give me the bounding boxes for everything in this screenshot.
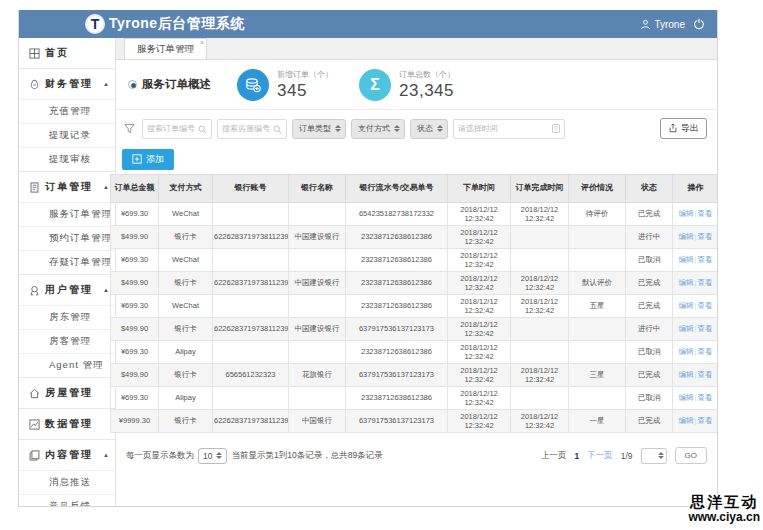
chevron-updown-icon: [437, 125, 443, 132]
cell-status: 已完成: [626, 295, 673, 318]
table-row: ¥699.30WeChat232387126386123862018/12/12…: [111, 249, 718, 272]
edit-link[interactable]: 编辑: [679, 278, 694, 287]
sidebar-subitem[interactable]: 提现记录: [19, 123, 115, 147]
tab-service-order-management[interactable]: 服务订单管理 ×: [124, 38, 207, 59]
cell-bank: [289, 203, 346, 226]
cell-done-time: 2018/12/1212:32:42: [511, 364, 569, 387]
sidebar-item-2[interactable]: 订单管理▲: [19, 171, 115, 202]
cell-done-time: [511, 341, 569, 364]
view-link[interactable]: 查看: [697, 324, 712, 333]
cell-rating: [569, 249, 626, 272]
table-row: $499.90银行卡622628371973811239中国建设银行637917…: [111, 318, 718, 341]
cell-order-time: 2018/12/1212:32:42: [448, 410, 511, 433]
export-button[interactable]: 导出: [660, 118, 707, 139]
cell-account: 622628371973811239: [213, 410, 289, 433]
search-order-input[interactable]: [147, 124, 198, 133]
pagination-bar: 每一页显示条数为 10 当前显示第1到10条记录，总共89条记录 上一页 1 下…: [116, 433, 717, 464]
edit-link[interactable]: 编辑: [679, 393, 694, 402]
edit-link[interactable]: 编辑: [679, 347, 694, 356]
sidebar-subitem[interactable]: 服务订单管理: [19, 202, 115, 226]
app-window: T Tyrone后台管理系统 Tyrone 首页财务管理▲充值管理提现记录提现审…: [18, 10, 718, 507]
sidebar-subitem[interactable]: 提现审核: [19, 147, 115, 171]
watermark-name: 思洋互动: [688, 494, 760, 511]
view-link[interactable]: 查看: [697, 255, 712, 264]
view-link[interactable]: 查看: [697, 232, 712, 241]
time-input[interactable]: [458, 124, 552, 133]
sidebar-item-5[interactable]: 数据管理: [19, 408, 115, 439]
cell-order-time: 2018/12/1212:32:42: [448, 272, 511, 295]
watermark-url: www.ciya.cn: [688, 511, 760, 524]
user-menu[interactable]: Tyrone: [640, 19, 685, 30]
per-page-select[interactable]: 10: [198, 448, 227, 464]
view-link[interactable]: 查看: [697, 416, 712, 425]
cell-rating: 默认评价: [569, 272, 626, 295]
cell-rating: [569, 318, 626, 341]
sidebar-item-4[interactable]: 房屋管理: [19, 377, 115, 408]
column-header-amount: 订单总金额: [111, 175, 159, 203]
view-link[interactable]: 查看: [697, 370, 712, 379]
sidebar-item-label: 内容管理: [45, 448, 93, 462]
sidebar-item-1[interactable]: 财务管理▲: [19, 68, 115, 99]
section-title: 服务订单概述: [142, 77, 211, 92]
add-button[interactable]: 添加: [122, 149, 174, 170]
go-button[interactable]: GO: [675, 447, 707, 464]
edit-link[interactable]: 编辑: [679, 255, 694, 264]
view-link[interactable]: 查看: [697, 209, 712, 218]
edit-link[interactable]: 编辑: [679, 416, 694, 425]
stat-value: 23,345: [399, 81, 455, 101]
order-type-select[interactable]: 订单类型: [292, 119, 346, 139]
sidebar-subitem[interactable]: 房东管理: [19, 305, 115, 329]
app-logo: T Tyrone后台管理系统: [85, 14, 245, 34]
status-select[interactable]: 状态: [410, 119, 448, 139]
power-icon[interactable]: [693, 18, 705, 30]
filter-bar: 订单类型 支付方式 状态 ?: [116, 110, 717, 145]
cell-rating: 待评价: [569, 203, 626, 226]
table-row: $499.90银行卡622628371973811239中国建设银行232387…: [111, 226, 718, 249]
table-row: ¥699.30WeChat6542351827381723322018/12/1…: [111, 203, 718, 226]
cell-done-time: [511, 226, 569, 249]
edit-link[interactable]: 编辑: [679, 301, 694, 310]
sidebar-subitem[interactable]: 消息推送: [19, 470, 115, 494]
cell-status: 进行中: [626, 226, 673, 249]
view-link[interactable]: 查看: [697, 301, 712, 310]
sidebar-subitem[interactable]: 预约订单管理: [19, 226, 115, 250]
sidebar-item-0[interactable]: 首页: [19, 38, 115, 68]
cell-amount: ¥699.30: [111, 341, 159, 364]
cell-account: 622628371973811239: [213, 226, 289, 249]
cell-done-time: 2018/12/1212:32:42: [511, 203, 569, 226]
next-page-link[interactable]: 下一页: [587, 450, 613, 462]
edit-link[interactable]: 编辑: [679, 232, 694, 241]
search-house-input[interactable]: [222, 124, 273, 133]
sidebar-subitem[interactable]: 存疑订单管理: [19, 250, 115, 274]
house-number-search-field[interactable]: [217, 119, 287, 139]
house-icon: [29, 388, 40, 399]
cell-done-time: 2018/12/1212:32:42: [511, 272, 569, 295]
order-number-search-field[interactable]: [142, 119, 212, 139]
sidebar-subitem[interactable]: 意见反馈: [19, 494, 115, 506]
sidebar-subitem[interactable]: 房客管理: [19, 329, 115, 353]
view-link[interactable]: 查看: [697, 278, 712, 287]
sidebar-item-6[interactable]: 内容管理▲: [19, 439, 115, 470]
time-range-field[interactable]: ?: [453, 119, 565, 139]
logo-letter: T: [85, 14, 105, 34]
view-link[interactable]: 查看: [697, 393, 712, 402]
sidebar-subitem[interactable]: 充值管理: [19, 99, 115, 123]
sidebar-subitem[interactable]: Agent 管理: [19, 353, 115, 377]
edit-link[interactable]: 编辑: [679, 209, 694, 218]
table-row: $499.90银行卡656561232323花旗银行63791753613712…: [111, 364, 718, 387]
cell-rating: 一星: [569, 410, 626, 433]
cell-bank: 中国建设银行: [289, 318, 346, 341]
sidebar-item-3[interactable]: 用户管理▲: [19, 274, 115, 305]
data-chart-icon: [29, 419, 40, 430]
sidebar-item-label: 房屋管理: [45, 386, 93, 400]
edit-link[interactable]: 编辑: [679, 370, 694, 379]
prev-page-link[interactable]: 上一页: [541, 450, 567, 462]
close-tab-icon[interactable]: ×: [200, 39, 204, 46]
cell-bank: 中国建设银行: [289, 226, 346, 249]
cell-actions: 编辑|查看: [673, 410, 718, 433]
view-link[interactable]: 查看: [697, 347, 712, 356]
current-page[interactable]: 1: [574, 451, 579, 461]
payment-method-select[interactable]: 支付方式: [351, 119, 405, 139]
goto-page-stepper[interactable]: [641, 448, 667, 464]
edit-link[interactable]: 编辑: [679, 324, 694, 333]
